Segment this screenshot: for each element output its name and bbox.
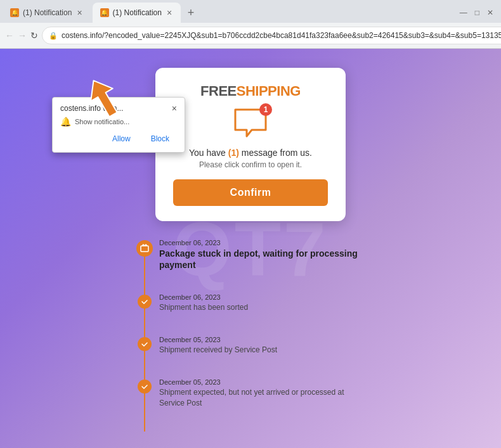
lock-icon: 🔒 xyxy=(49,32,58,40)
forward-button[interactable]: → xyxy=(18,28,27,43)
address-bar[interactable]: 🔒 costens.info/?encoded_value=2245XJQ&su… xyxy=(42,27,501,44)
tab-1-title: (1) Notification xyxy=(23,8,72,17)
tab-2-favicon: 🔔 xyxy=(100,8,109,17)
tab-2-close[interactable]: × xyxy=(166,6,173,19)
timeline-desc-3: Shipment received by Service Post xyxy=(159,345,365,355)
free-shipping-logo: FREESHIPPING xyxy=(173,83,328,99)
timeline-item-1: December 06, 2023 Package stuck in depot… xyxy=(136,239,365,271)
timeline-date-4: December 05, 2023 xyxy=(159,378,365,386)
address-bar-row: ← → ↻ 🔒 costens.info/?encoded_value=2245… xyxy=(0,23,501,48)
tab-1-favicon: 🔔 xyxy=(10,8,19,17)
confirm-button[interactable]: Confirm xyxy=(173,179,328,206)
tab-2[interactable]: 🔔 (1) Notification × xyxy=(93,3,181,23)
browser-chrome: 🔔 (1) Notification × 🔔 (1) Notification … xyxy=(0,0,501,49)
message-count: (1) xyxy=(228,148,239,158)
notification-close-button[interactable]: × xyxy=(172,104,177,113)
refresh-button[interactable]: ↻ xyxy=(30,28,38,43)
timeline-item-4: December 05, 2023 Shipment expected, but… xyxy=(136,378,365,409)
timeline: December 06, 2023 Package stuck in depot… xyxy=(136,239,365,432)
timeline-date-1: December 06, 2023 xyxy=(159,239,365,246)
timeline-desc-4: Shipment expected, but not yet arrived o… xyxy=(159,387,365,409)
svg-rect-0 xyxy=(141,246,148,252)
new-tab-button[interactable]: + xyxy=(182,4,200,22)
notification-badge: 1 xyxy=(259,103,272,116)
timeline-dot-3 xyxy=(138,337,152,351)
timeline-date-2: December 06, 2023 xyxy=(159,293,365,301)
tab-1[interactable]: 🔔 (1) Notification × xyxy=(3,3,91,23)
timeline-desc-2: Shipment has been sorted xyxy=(159,302,365,313)
timeline-title-1: Package stuck in depot, waiting for proc… xyxy=(159,248,365,271)
shipping-text: SHIPPING xyxy=(237,83,301,99)
chat-icon-container: 1 xyxy=(233,107,268,140)
back-button[interactable]: ← xyxy=(5,28,14,43)
window-controls: — □ ✕ xyxy=(457,7,498,18)
svg-point-2 xyxy=(140,340,149,349)
free-text: FREE xyxy=(200,83,237,99)
popup-sub-message: Please click confirm to open it. xyxy=(173,160,328,169)
svg-point-3 xyxy=(140,382,149,391)
timeline-dot-1 xyxy=(136,240,153,257)
notification-buttons: Allow Block xyxy=(60,132,177,146)
svg-marker-4 xyxy=(82,74,124,121)
block-button[interactable]: Block xyxy=(143,132,177,146)
svg-point-1 xyxy=(140,297,149,306)
notification-bell-icon: 🔔 xyxy=(60,117,71,127)
tab-1-close[interactable]: × xyxy=(75,6,83,19)
notification-content: 🔔 Show notificatio... xyxy=(60,117,177,127)
main-content: QT7 FREESHIPPING 1 You have (1) message … xyxy=(0,49,501,448)
minimize-button[interactable]: — xyxy=(457,7,470,18)
timeline-dot-2 xyxy=(138,295,152,309)
timeline-dot-4 xyxy=(138,380,152,394)
allow-button[interactable]: Allow xyxy=(105,132,138,146)
timeline-date-3: December 05, 2023 xyxy=(159,336,365,343)
tab-bar: 🔔 (1) Notification × 🔔 (1) Notification … xyxy=(0,0,501,23)
timeline-item-3: December 05, 2023 Shipment received by S… xyxy=(136,336,365,355)
timeline-item-2: December 06, 2023 Shipment has been sort… xyxy=(136,293,365,313)
close-window-button[interactable]: ✕ xyxy=(485,7,496,18)
popup-message: You have (1) message from us. xyxy=(173,148,328,158)
address-text: costens.info/?encoded_value=2245XJQ&sub1… xyxy=(62,31,501,40)
maximize-button[interactable]: □ xyxy=(472,7,482,18)
tab-2-title: (1) Notification xyxy=(113,8,162,17)
